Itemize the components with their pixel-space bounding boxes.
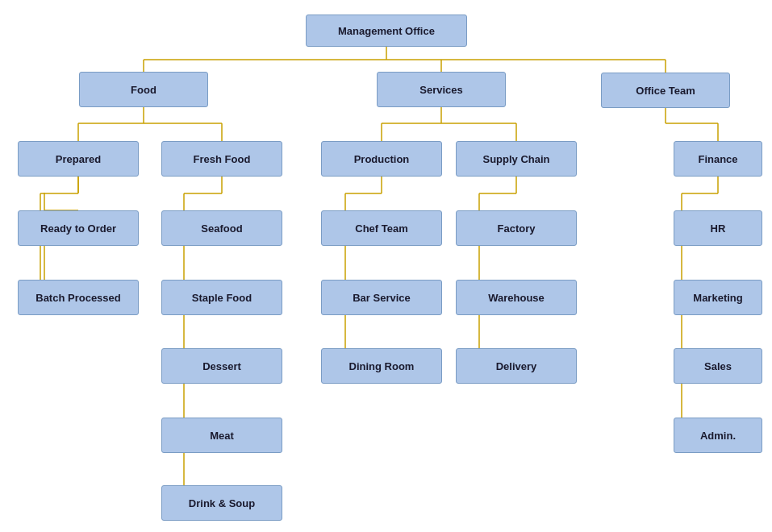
node-warehouse: Warehouse: [456, 280, 577, 315]
node-drink_soup: Drink & Soup: [161, 485, 282, 521]
node-admin: Admin.: [674, 418, 762, 453]
node-sales: Sales: [674, 348, 762, 384]
node-production: Production: [321, 141, 442, 177]
node-seafood: Seafood: [161, 210, 282, 246]
node-dessert: Dessert: [161, 348, 282, 384]
node-marketing: Marketing: [674, 280, 762, 315]
node-ready_to_order: Ready to Order: [18, 210, 139, 246]
node-bar_service: Bar Service: [321, 280, 442, 315]
node-prepared: Prepared: [18, 141, 139, 177]
node-meat: Meat: [161, 418, 282, 453]
node-supply_chain: Supply Chain: [456, 141, 577, 177]
node-delivery: Delivery: [456, 348, 577, 384]
node-staple_food: Staple Food: [161, 280, 282, 315]
node-management_office: Management Office: [306, 15, 467, 47]
node-fresh_food: Fresh Food: [161, 141, 282, 177]
node-chef_team: Chef Team: [321, 210, 442, 246]
node-office_team: Office Team: [601, 73, 730, 108]
node-hr: HR: [674, 210, 762, 246]
node-factory: Factory: [456, 210, 577, 246]
node-dining_room: Dining Room: [321, 348, 442, 384]
node-food: Food: [79, 72, 208, 107]
node-finance: Finance: [674, 141, 762, 177]
org-chart: Management OfficeFoodServicesOffice Team…: [0, 0, 772, 532]
node-batch_processed: Batch Processed: [18, 280, 139, 315]
node-services: Services: [377, 72, 506, 107]
